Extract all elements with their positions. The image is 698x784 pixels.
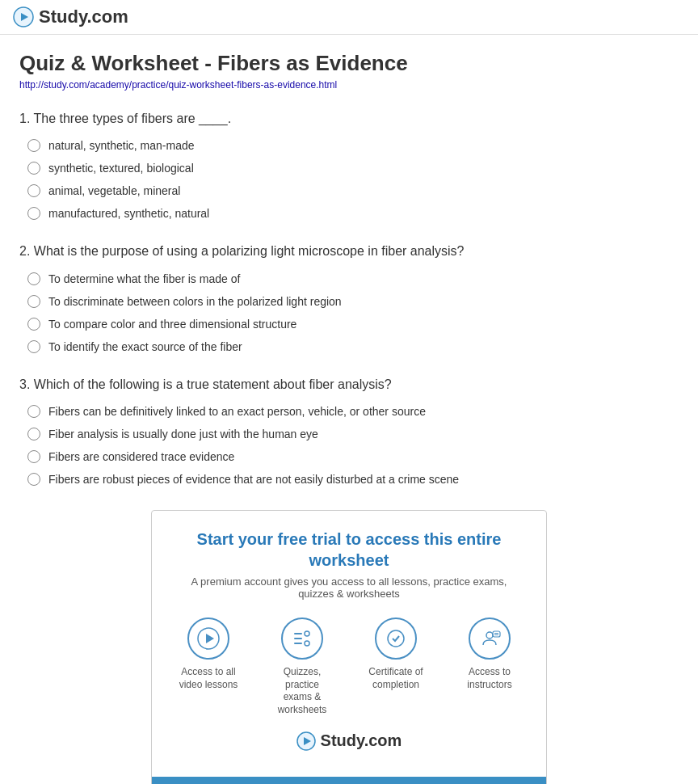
option-label: Fibers are robust pieces of evidence tha… xyxy=(48,473,459,486)
list-item[interactable]: synthetic, textured, biological xyxy=(27,162,679,175)
cta-title: Start your free trial to access this ent… xyxy=(174,529,524,571)
radio-button[interactable] xyxy=(27,450,40,463)
svg-rect-11 xyxy=(493,631,500,637)
option-label: animal, vegetable, mineral xyxy=(48,184,180,197)
svg-rect-4 xyxy=(294,633,302,634)
list-item[interactable]: Fibers can be definitively linked to an … xyxy=(27,405,679,418)
option-label: To discriminate between colors in the po… xyxy=(48,295,342,308)
list-item[interactable]: Fibers are considered trace evidence xyxy=(27,450,679,463)
option-label: manufactured, synthetic, natural xyxy=(48,207,209,220)
svg-rect-6 xyxy=(294,643,302,644)
cta-logo[interactable]: Study.com xyxy=(174,731,524,762)
question-text-1: 1. The three types of fibers are ____. xyxy=(19,110,679,128)
option-label: Fiber analysis is usually done just with… xyxy=(48,428,318,440)
site-header: Study.com xyxy=(0,0,698,35)
page-title: Quiz & Worksheet - Fibers as Evidence xyxy=(19,51,679,76)
option-label: To determine what the fiber is made of xyxy=(48,272,240,285)
cta-footer: This worksheet is part of an online cour… xyxy=(152,777,546,784)
radio-button[interactable] xyxy=(27,473,40,486)
radio-button[interactable] xyxy=(27,340,40,353)
cta-logo-text: Study.com xyxy=(321,731,402,750)
cta-box: Start your free trial to access this ent… xyxy=(151,510,547,784)
question-text-3: 3. Which of the following is a true stat… xyxy=(19,376,679,394)
main-content: Quiz & Worksheet - Fibers as Evidence ht… xyxy=(0,35,698,784)
list-item[interactable]: Fibers are robust pieces of evidence tha… xyxy=(27,473,679,486)
cta-icon-item-0: Access to all video lessons xyxy=(176,618,241,716)
question-text-2: 2. What is the purpose of using a polari… xyxy=(19,242,679,260)
question-block-2: 2. What is the purpose of using a polari… xyxy=(19,242,679,352)
cta-icon-label-2: Certificate of completion xyxy=(364,666,428,691)
list-item[interactable]: To identify the exact source of the fibe… xyxy=(27,340,679,353)
question-block-1: 1. The three types of fibers are ____.na… xyxy=(19,110,679,220)
cta-icon-label-0: Access to all video lessons xyxy=(176,666,241,691)
cta-icon-1 xyxy=(281,618,323,660)
option-label: To compare color and three dimensional s… xyxy=(48,318,296,331)
cta-icon-label-1: Quizzes, practice exams & worksheets xyxy=(270,666,334,716)
radio-button[interactable] xyxy=(27,405,40,418)
svg-point-7 xyxy=(305,631,309,636)
cta-inner: Start your free trial to access this ent… xyxy=(152,511,546,776)
svg-point-9 xyxy=(388,630,404,647)
option-label: natural, synthetic, man-made xyxy=(48,139,195,152)
cta-icon-label-3: Access to instructors xyxy=(457,666,522,691)
list-item[interactable]: manufactured, synthetic, natural xyxy=(27,207,679,220)
option-label: synthetic, textured, biological xyxy=(48,162,194,175)
cta-icon-0 xyxy=(187,618,229,660)
logo-text: Study.com xyxy=(39,6,128,27)
study-logo-icon xyxy=(13,6,34,27)
radio-button[interactable] xyxy=(27,139,40,152)
options-list-3: Fibers can be definitively linked to an … xyxy=(19,405,679,486)
logo[interactable]: Study.com xyxy=(13,6,128,27)
list-item[interactable]: To compare color and three dimensional s… xyxy=(27,318,679,331)
radio-button[interactable] xyxy=(27,295,40,308)
cta-icon-item-1: Quizzes, practice exams & worksheets xyxy=(270,618,334,716)
page-url: http://study.com/academy/practice/quiz-w… xyxy=(19,79,679,91)
list-item[interactable]: natural, synthetic, man-made xyxy=(27,139,679,152)
cta-icons-row: Access to all video lessonsQuizzes, prac… xyxy=(174,618,524,716)
questions-container: 1. The three types of fibers are ____.na… xyxy=(19,110,679,486)
radio-button[interactable] xyxy=(27,272,40,285)
svg-rect-5 xyxy=(294,638,302,639)
cta-subtitle: A premium account gives you access to al… xyxy=(174,575,524,600)
list-item[interactable]: To discriminate between colors in the po… xyxy=(27,295,679,308)
svg-point-10 xyxy=(486,632,493,639)
cta-icon-2 xyxy=(375,618,417,660)
svg-marker-3 xyxy=(206,634,214,643)
cta-logo-icon xyxy=(296,731,316,751)
radio-button[interactable] xyxy=(27,162,40,175)
cta-wrapper: Start your free trial to access this ent… xyxy=(19,510,679,784)
cta-icon-item-2: Certificate of completion xyxy=(364,618,428,716)
svg-point-8 xyxy=(305,641,309,646)
question-block-3: 3. Which of the following is a true stat… xyxy=(19,376,679,486)
cta-icon-item-3: Access to instructors xyxy=(457,618,522,716)
list-item[interactable]: animal, vegetable, mineral xyxy=(27,184,679,197)
list-item[interactable]: To determine what the fiber is made of xyxy=(27,272,679,285)
option-label: To identify the exact source of the fibe… xyxy=(48,340,242,353)
option-label: Fibers can be definitively linked to an … xyxy=(48,405,426,418)
radio-button[interactable] xyxy=(27,184,40,197)
radio-button[interactable] xyxy=(27,207,40,220)
options-list-2: To determine what the fiber is made ofTo… xyxy=(19,272,679,353)
options-list-1: natural, synthetic, man-madesynthetic, t… xyxy=(19,139,679,220)
radio-button[interactable] xyxy=(27,428,40,440)
cta-icon-3 xyxy=(469,618,511,660)
list-item[interactable]: Fiber analysis is usually done just with… xyxy=(27,428,679,440)
radio-button[interactable] xyxy=(27,318,40,331)
option-label: Fibers are considered trace evidence xyxy=(48,450,234,463)
